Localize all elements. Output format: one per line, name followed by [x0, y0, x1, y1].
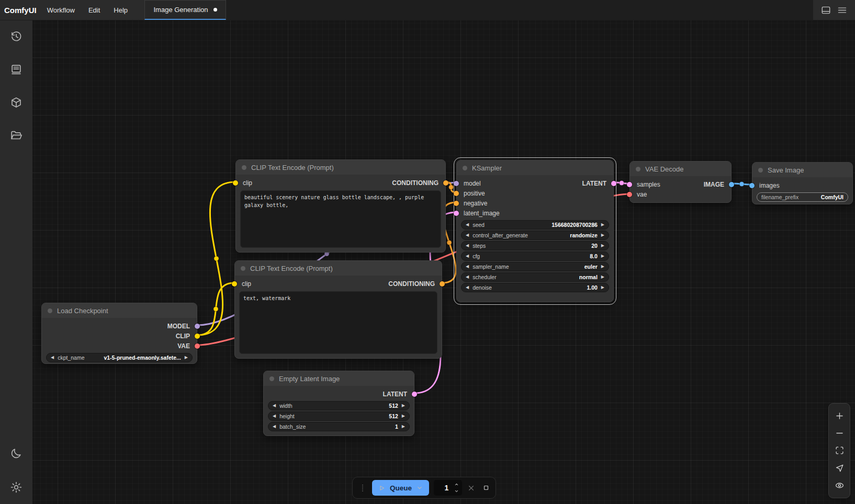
widget-height[interactable]: ◀height512▶: [268, 411, 410, 421]
node-title-bar[interactable]: Empty Latent Image: [264, 371, 414, 386]
collapse-dot-icon[interactable]: [636, 167, 640, 171]
collapse-dot-icon[interactable]: [241, 266, 245, 271]
decrement-arrow-icon[interactable]: ◀: [466, 223, 469, 227]
output-port-CONDITIONING[interactable]: [440, 281, 445, 287]
increment-arrow-icon[interactable]: ▶: [601, 233, 604, 237]
menu-workflow[interactable]: Workflow: [42, 4, 80, 17]
decrement-arrow-icon[interactable]: ◀: [466, 265, 469, 269]
menu-edit[interactable]: Edit: [83, 4, 105, 17]
increment-arrow-icon[interactable]: ▶: [601, 275, 604, 279]
tab-image-generation[interactable]: Image Generation: [144, 0, 226, 20]
input-port-latent_image[interactable]: [454, 211, 459, 216]
chevron-down-icon[interactable]: [416, 484, 423, 491]
node-vae-decode[interactable]: VAE DecodesamplesIMAGEvae: [629, 161, 732, 203]
decrement-arrow-icon[interactable]: ◀: [466, 275, 469, 279]
output-port-MODEL[interactable]: [195, 324, 200, 329]
widget-scheduler[interactable]: ◀schedulernormal▶: [461, 272, 609, 282]
node-load-checkpoint[interactable]: Load CheckpointMODELCLIPVAE◀ckpt_namev1-…: [41, 303, 197, 364]
node-title-bar[interactable]: CLIP Text Encode (Prompt): [236, 160, 445, 175]
interrupt-button[interactable]: [482, 484, 490, 492]
decrement-arrow-icon[interactable]: ◀: [51, 356, 54, 360]
node-clip-text-encode-negative[interactable]: CLIP Text Encode (Prompt)clipCONDITIONIN…: [234, 260, 442, 359]
input-port-positive[interactable]: [454, 191, 459, 196]
input-port-samples[interactable]: [627, 182, 632, 187]
increment-arrow-icon[interactable]: ▶: [601, 223, 604, 227]
toggle-link-visibility-button[interactable]: [835, 480, 845, 490]
node-empty-latent-image[interactable]: Empty Latent ImageLATENT◀width512▶◀heigh…: [263, 371, 414, 436]
widget-control_after_generate[interactable]: ◀control_after_generaterandomize▶: [461, 231, 609, 240]
panel-toggle-icon[interactable]: [820, 5, 831, 16]
decrement-arrow-icon[interactable]: ◀: [466, 285, 469, 290]
output-port-LATENT[interactable]: [611, 181, 616, 186]
widget-width[interactable]: ◀width512▶: [268, 401, 410, 410]
clear-queue-button[interactable]: [467, 484, 476, 492]
sidebar-item-workflows[interactable]: [7, 126, 26, 145]
widget-steps[interactable]: ◀steps20▶: [461, 241, 609, 250]
input-port-vae[interactable]: [627, 192, 632, 197]
select-mode-button[interactable]: [835, 463, 845, 473]
drag-handle[interactable]: [358, 483, 367, 492]
widget-denoise[interactable]: ◀denoise1.00▶: [461, 283, 609, 292]
widget-sampler_name[interactable]: ◀sampler_nameeuler▶: [461, 262, 609, 271]
input-port-negative[interactable]: [454, 201, 459, 206]
prompt-textarea[interactable]: text, watermark: [239, 291, 437, 354]
widget-cfg[interactable]: ◀cfg8.0▶: [461, 251, 609, 261]
node-title-bar[interactable]: Save Image: [752, 163, 852, 177]
decrement-arrow-icon[interactable]: ◀: [273, 404, 276, 408]
prompt-textarea[interactable]: beautiful scenery nature glass bottle la…: [240, 190, 441, 248]
node-title-bar[interactable]: CLIP Text Encode (Prompt): [235, 261, 442, 276]
decrement-arrow-icon[interactable]: ◀: [466, 254, 469, 258]
fit-view-button[interactable]: [835, 445, 845, 455]
node-ksampler[interactable]: KSamplermodelLATENTpositivenegativelaten…: [456, 160, 614, 302]
collapse-dot-icon[interactable]: [758, 168, 763, 173]
slot-row: images: [752, 180, 852, 190]
increment-arrow-icon[interactable]: ▶: [601, 254, 604, 258]
node-canvas[interactable]: Load CheckpointMODELCLIPVAE◀ckpt_namev1-…: [0, 0, 855, 504]
collapse-dot-icon[interactable]: [242, 165, 246, 170]
increment-arrow-icon[interactable]: ▶: [601, 285, 604, 290]
collapse-dot-icon[interactable]: [269, 376, 274, 381]
input-port-images[interactable]: [749, 183, 755, 188]
collapse-dot-icon[interactable]: [48, 308, 52, 313]
output-port-IMAGE[interactable]: [729, 182, 734, 187]
output-port-CONDITIONING[interactable]: [443, 180, 448, 186]
increment-arrow-icon[interactable]: ▶: [402, 404, 405, 408]
input-port-model[interactable]: [454, 181, 459, 186]
batch-count-steppers[interactable]: [453, 481, 460, 495]
zoom-in-button[interactable]: [835, 411, 845, 421]
sidebar-item-queue[interactable]: [7, 60, 26, 79]
main-menu-icon[interactable]: [837, 5, 848, 16]
increment-arrow-icon[interactable]: ▶: [185, 356, 188, 360]
increment-arrow-icon[interactable]: ▶: [601, 244, 604, 248]
increment-arrow-icon[interactable]: ▶: [402, 425, 405, 429]
widget-filename_prefix[interactable]: filename_prefixComfyUI: [757, 192, 848, 202]
node-save-image[interactable]: Save Imageimagesfilename_prefixComfyUI: [752, 162, 853, 204]
decrement-arrow-icon[interactable]: ◀: [273, 425, 276, 429]
output-port-VAE[interactable]: [195, 343, 200, 349]
zoom-out-button[interactable]: [835, 428, 845, 438]
increment-arrow-icon[interactable]: ▶: [601, 265, 604, 269]
node-title-bar[interactable]: KSampler: [457, 161, 613, 175]
widget-batch_size[interactable]: ◀batch_size1▶: [268, 422, 410, 431]
sidebar-item-settings[interactable]: [7, 478, 26, 497]
sidebar-item-theme-toggle[interactable]: [7, 444, 26, 463]
sidebar-item-model-library[interactable]: [7, 93, 26, 112]
input-port-clip[interactable]: [233, 180, 238, 186]
decrement-arrow-icon[interactable]: ◀: [273, 414, 276, 418]
widget-ckpt_name[interactable]: ◀ckpt_namev1-5-pruned-emaonly.safete...▶: [46, 353, 193, 362]
node-title-bar[interactable]: VAE Decode: [630, 162, 731, 176]
batch-count-input[interactable]: 1: [434, 480, 462, 496]
sidebar-item-workflow-history[interactable]: [7, 27, 26, 46]
increment-arrow-icon[interactable]: ▶: [402, 414, 405, 418]
output-port-CLIP[interactable]: [195, 334, 200, 339]
node-title-bar[interactable]: Load Checkpoint: [42, 303, 197, 318]
output-port-LATENT[interactable]: [412, 392, 417, 397]
menu-help[interactable]: Help: [108, 4, 133, 17]
node-clip-text-encode-positive[interactable]: CLIP Text Encode (Prompt)clipCONDITIONIN…: [235, 159, 446, 253]
queue-button[interactable]: Queue: [372, 480, 429, 496]
collapse-dot-icon[interactable]: [463, 166, 467, 170]
widget-seed[interactable]: ◀seed156680208700286▶: [461, 220, 609, 230]
decrement-arrow-icon[interactable]: ◀: [466, 233, 469, 237]
input-port-clip[interactable]: [232, 281, 237, 287]
decrement-arrow-icon[interactable]: ◀: [466, 244, 469, 248]
